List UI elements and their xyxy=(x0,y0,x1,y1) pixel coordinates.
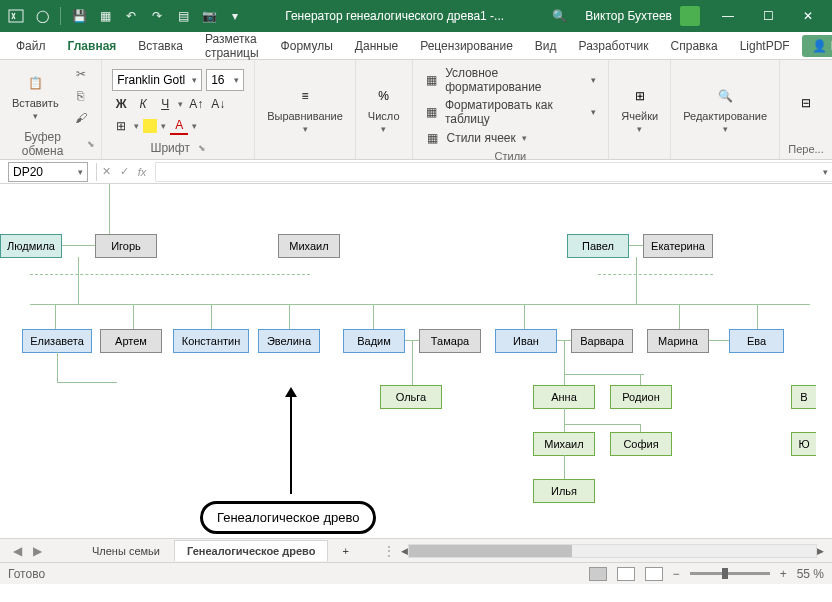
tree-node[interactable]: Марина xyxy=(647,329,709,353)
tree-node[interactable]: Ольга xyxy=(380,385,442,409)
copy-icon[interactable]: ⎘ xyxy=(71,86,91,106)
paste-button[interactable]: 📋 Вставить ▾ xyxy=(6,67,65,125)
table-icon: ▦ xyxy=(425,104,439,120)
user-account[interactable]: Виктор Бухтеев xyxy=(577,6,708,26)
tree-node[interactable]: Илья xyxy=(533,479,595,503)
cells-button[interactable]: ⊞ Ячейки ▾ xyxy=(615,80,664,138)
cut-icon[interactable]: ✂ xyxy=(71,64,91,84)
editing-button[interactable]: 🔍 Редактирование ▾ xyxy=(677,80,773,138)
minimize-button[interactable]: — xyxy=(708,0,748,32)
tree-node[interactable]: Иван xyxy=(495,329,557,353)
scroll-thumb[interactable] xyxy=(409,545,572,557)
qat-more-icon[interactable]: ▾ xyxy=(223,4,247,28)
alignment-button[interactable]: ≡ Выравнивание ▾ xyxy=(261,80,349,138)
sheet-tab-tree[interactable]: Генеалогическое древо xyxy=(174,540,328,561)
conditional-format-button[interactable]: ▦Условное форматирование ▾ xyxy=(419,64,603,96)
tree-node[interactable]: Константин xyxy=(173,329,249,353)
zoom-slider[interactable] xyxy=(690,572,770,575)
underline-button[interactable]: Ч xyxy=(156,95,174,113)
autosave-icon[interactable]: ◯ xyxy=(30,4,54,28)
clipboard-launcher[interactable]: ⬊ xyxy=(87,139,95,149)
tab-review[interactable]: Рецензирование xyxy=(410,33,523,59)
maximize-button[interactable]: ☐ xyxy=(748,0,788,32)
tree-node[interactable]: Екатерина xyxy=(643,234,713,258)
view-page-layout-icon[interactable] xyxy=(617,567,635,581)
name-box[interactable]: DP20▾ xyxy=(8,162,88,182)
tab-help[interactable]: Справка xyxy=(661,33,728,59)
border-icon[interactable]: ⊞ xyxy=(112,117,130,135)
tab-formulas[interactable]: Формулы xyxy=(271,33,343,59)
tree-node[interactable]: Ева xyxy=(729,329,784,353)
tab-file[interactable]: Файл xyxy=(6,33,56,59)
tree-node[interactable]: Михаил xyxy=(533,432,595,456)
view-normal-icon[interactable] xyxy=(589,567,607,581)
tree-node[interactable]: Тамара xyxy=(419,329,481,353)
tree-node[interactable]: Михаил xyxy=(278,234,340,258)
format-painter-icon[interactable]: 🖌 xyxy=(71,108,91,128)
zoom-value[interactable]: 55 % xyxy=(797,567,824,581)
tree-node[interactable]: Варвара xyxy=(571,329,633,353)
tab-lightpdf[interactable]: LightPDF xyxy=(730,33,800,59)
connector xyxy=(564,374,644,375)
tree-node[interactable]: София xyxy=(610,432,672,456)
view-page-break-icon[interactable] xyxy=(645,567,663,581)
sheet-add-button[interactable]: + xyxy=(330,541,360,561)
tree-node[interactable]: Игорь xyxy=(95,234,157,258)
search-icon[interactable]: 🔍 xyxy=(542,9,577,23)
decrease-font-icon[interactable]: A↓ xyxy=(209,95,227,113)
italic-button[interactable]: К xyxy=(134,95,152,113)
bold-button[interactable]: Ж xyxy=(112,95,130,113)
horizontal-scrollbar[interactable]: ⋮ ◀ ▶ xyxy=(383,545,824,557)
tree-node[interactable]: Ю xyxy=(791,432,816,456)
save-icon[interactable]: 💾 xyxy=(67,4,91,28)
connector xyxy=(30,304,810,305)
share-button[interactable]: 👤Поделиться xyxy=(802,35,832,57)
excel-icon[interactable] xyxy=(4,4,28,28)
sheet-next-icon[interactable]: ▶ xyxy=(28,542,46,560)
user-name: Виктор Бухтеев xyxy=(585,9,672,23)
font-size-select[interactable]: 16▾ xyxy=(206,69,244,91)
new-icon[interactable]: ▦ xyxy=(93,4,117,28)
cell-styles-label: Стили ячеек xyxy=(447,131,516,145)
font-color-icon[interactable]: A xyxy=(170,117,188,135)
tab-view[interactable]: Вид xyxy=(525,33,567,59)
increase-font-icon[interactable]: A↑ xyxy=(187,95,205,113)
zoom-in-button[interactable]: + xyxy=(780,567,787,581)
cell-styles-button[interactable]: ▦Стили ячеек ▾ xyxy=(419,128,603,148)
connector xyxy=(133,304,134,329)
zoom-out-button[interactable]: − xyxy=(673,567,680,581)
tree-node[interactable]: Эвелина xyxy=(258,329,320,353)
calc-icon[interactable]: ▤ xyxy=(171,4,195,28)
sheet-tab-members[interactable]: Члены семьи xyxy=(80,541,172,561)
tree-node[interactable]: Елизавета xyxy=(22,329,92,353)
tab-data[interactable]: Данные xyxy=(345,33,408,59)
tab-insert[interactable]: Вставка xyxy=(128,33,193,59)
undo-icon[interactable]: ↶ xyxy=(119,4,143,28)
tree-node[interactable]: Анна xyxy=(533,385,595,409)
sheet-prev-icon[interactable]: ◀ xyxy=(8,542,26,560)
redo-icon[interactable]: ↷ xyxy=(145,4,169,28)
tree-node[interactable]: Вадим xyxy=(343,329,405,353)
font-name-select[interactable]: Franklin Gotl▾ xyxy=(112,69,202,91)
fx-icon[interactable]: fx xyxy=(133,162,151,182)
tab-home[interactable]: Главная xyxy=(58,33,127,59)
avatar xyxy=(680,6,700,26)
tab-developer[interactable]: Разработчик xyxy=(569,33,659,59)
tree-node[interactable]: Павел xyxy=(567,234,629,258)
worksheet-canvas[interactable]: Людмила Игорь Михаил Павел Екатерина Ели… xyxy=(0,184,832,538)
tree-node[interactable]: Людмила xyxy=(0,234,62,258)
expand-fx-icon[interactable]: ▾ xyxy=(823,167,828,177)
formula-input[interactable]: ▾ xyxy=(155,162,832,182)
tree-node[interactable]: В xyxy=(791,385,816,409)
tree-node[interactable]: Артем xyxy=(100,329,162,353)
accept-fx-icon[interactable]: ✓ xyxy=(115,162,133,182)
format-table-button[interactable]: ▦Форматировать как таблицу ▾ xyxy=(419,96,603,128)
close-button[interactable]: ✕ xyxy=(788,0,828,32)
font-launcher[interactable]: ⬊ xyxy=(198,143,206,153)
translate-button[interactable]: ⊟ xyxy=(786,87,826,119)
cancel-fx-icon[interactable]: ✕ xyxy=(97,162,115,182)
number-button[interactable]: % Число ▾ xyxy=(362,80,406,138)
fill-color-icon[interactable] xyxy=(143,119,157,133)
tree-node[interactable]: Родион xyxy=(610,385,672,409)
camera-icon[interactable]: 📷 xyxy=(197,4,221,28)
